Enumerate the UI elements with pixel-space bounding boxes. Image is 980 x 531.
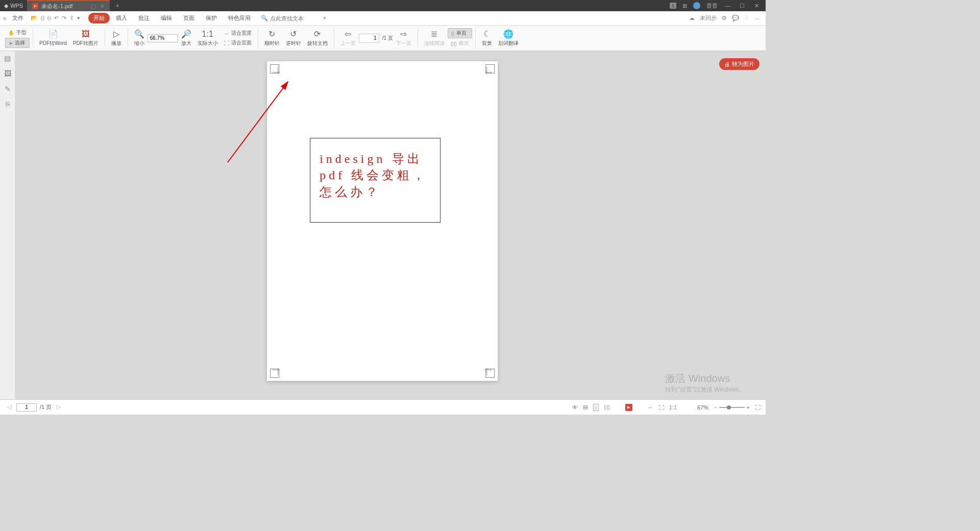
- status-prev-page[interactable]: ◁: [5, 404, 13, 411]
- double-page-icon: ▯▯: [451, 41, 457, 46]
- zoom-in-status[interactable]: +: [747, 404, 750, 411]
- undo-icon[interactable]: ↶: [54, 15, 59, 21]
- qa-dropdown-icon[interactable]: ▾: [77, 15, 80, 21]
- fit-width-icon: ↔: [224, 31, 229, 36]
- tab-start[interactable]: 开始: [88, 13, 110, 23]
- tab-protect[interactable]: 保护: [201, 13, 222, 23]
- select-tool-button[interactable]: ➤选择: [5, 38, 30, 48]
- title-bar: ◆ WPS P 未命名-1.pdf ▢ ✕ + 1 ⊞ 普普 — ☐ ✕: [0, 0, 766, 11]
- play-icon: ▷: [113, 29, 119, 39]
- continuous-icon: ≣: [431, 29, 437, 39]
- collapse-ribbon-icon[interactable]: ︿: [755, 14, 761, 22]
- status-next-page[interactable]: ▷: [55, 404, 63, 411]
- notification-badge[interactable]: 1: [670, 3, 676, 9]
- zoom-slider[interactable]: [719, 407, 745, 408]
- actual-size-button[interactable]: 1:1实际大小: [194, 26, 221, 51]
- search-icon: 🔍: [261, 15, 268, 21]
- translate-icon: 🌐: [503, 29, 513, 39]
- actual-size-status-icon[interactable]: 1:1: [669, 404, 677, 411]
- single-page-button[interactable]: ▯单页: [448, 28, 472, 38]
- zoom-in-button[interactable]: 🔎放大: [178, 26, 194, 51]
- fit-page-status-icon[interactable]: ⛶: [658, 404, 664, 411]
- annotations-icon[interactable]: ✎: [5, 85, 11, 93]
- fit-page-button[interactable]: ⛶适合页面: [221, 38, 255, 47]
- user-avatar-icon[interactable]: [693, 2, 700, 9]
- tab-annotate[interactable]: 批注: [133, 13, 155, 23]
- double-page-button[interactable]: ▯▯双页: [448, 39, 472, 48]
- play-button[interactable]: ▷播放: [108, 26, 125, 51]
- zoom-in-icon: 🔎: [181, 29, 191, 39]
- continuous-read-button[interactable]: ≣连续阅读: [421, 26, 448, 51]
- zoom-out-button[interactable]: 🔍缩小: [131, 26, 148, 51]
- crop-mark-tl: [270, 64, 279, 74]
- attachments-icon[interactable]: ⎘: [6, 100, 10, 108]
- search-box[interactable]: 🔍 ▾: [261, 15, 326, 21]
- minimize-button[interactable]: —: [724, 3, 732, 9]
- hand-tool-button[interactable]: ✋手型: [5, 28, 30, 37]
- fullscreen-icon[interactable]: ⛶: [755, 404, 761, 411]
- ribbon-tabs: 开始 插入 批注 编辑 页面 保护 特色应用: [88, 13, 256, 23]
- file-menu[interactable]: 文件: [9, 14, 27, 22]
- bookmarks-icon[interactable]: 🖼: [4, 69, 11, 78]
- add-tab-button[interactable]: +: [110, 3, 125, 9]
- tab-page[interactable]: 页面: [178, 13, 200, 23]
- thumbnails-icon[interactable]: ▤: [4, 54, 11, 62]
- crop-mark-br: [485, 369, 495, 378]
- convert-to-image-button[interactable]: 🖨 转为图片: [719, 58, 760, 70]
- rotate-doc-button[interactable]: ⟳旋转文档: [304, 26, 331, 51]
- pdf-to-image-button[interactable]: 🖼PDF转图片: [70, 26, 102, 51]
- fit-width-button[interactable]: ↔适合宽度: [221, 29, 255, 38]
- pdf-page: indesign 导出 pdf 线会变粗，怎么办？: [267, 61, 498, 381]
- crop-mark-bl: [270, 369, 279, 378]
- status-page-input[interactable]: [16, 403, 37, 412]
- document-text-box: indesign 导出 pdf 线会变粗，怎么办？: [310, 138, 440, 223]
- search-dropdown-icon[interactable]: ▾: [323, 15, 326, 21]
- record-icon[interactable]: [625, 404, 632, 411]
- status-page-total: /1 页: [40, 403, 52, 411]
- single-page-icon: ▯: [451, 31, 454, 36]
- page-number-input[interactable]: [359, 34, 379, 43]
- tab-close-icon[interactable]: ✕: [100, 3, 105, 10]
- background-button[interactable]: ☾背景: [479, 26, 495, 51]
- sync-status[interactable]: 未同步: [700, 14, 717, 22]
- rotate-cw-icon: ↻: [268, 29, 275, 39]
- view-mode-1-icon[interactable]: ▤: [583, 404, 588, 411]
- view-mode-2-icon[interactable]: ▯: [593, 404, 599, 411]
- tab-restore-icon[interactable]: ▢: [91, 3, 96, 10]
- rotate-ccw-button[interactable]: ↺逆时针: [283, 26, 304, 51]
- open-icon[interactable]: 📂: [31, 15, 38, 21]
- redo-icon[interactable]: ↷: [62, 15, 66, 21]
- feedback-icon[interactable]: 💬: [732, 15, 739, 21]
- print-icon[interactable]: ⎙: [47, 15, 51, 21]
- wps-logo-icon: ◆: [4, 3, 8, 9]
- save-icon[interactable]: ⎙: [41, 15, 44, 21]
- cloud-sync-icon[interactable]: ☁: [689, 15, 695, 21]
- tab-edit[interactable]: 编辑: [156, 13, 177, 23]
- close-button[interactable]: ✕: [752, 3, 761, 9]
- pdf-to-word-button[interactable]: 📄PDF转Word: [36, 26, 70, 51]
- rotate-ccw-icon: ↺: [290, 29, 297, 39]
- apps-icon[interactable]: ⊞: [682, 3, 687, 9]
- tab-insert[interactable]: 插入: [111, 13, 132, 23]
- zoom-out-status[interactable]: −: [714, 404, 717, 411]
- moon-icon: ☾: [483, 29, 491, 39]
- more-icon[interactable]: ⋮: [744, 15, 750, 21]
- zoom-value-input[interactable]: [148, 34, 178, 42]
- fit-width-status-icon[interactable]: ↔: [648, 404, 653, 411]
- view-mode-3-icon[interactable]: ▯▯: [604, 404, 610, 411]
- hamburger-icon[interactable]: ≡: [0, 15, 9, 21]
- search-input[interactable]: [270, 15, 321, 21]
- maximize-button[interactable]: ☐: [738, 3, 746, 9]
- eye-icon[interactable]: 👁: [572, 404, 578, 411]
- prev-page-button: ⇦上一页: [337, 26, 359, 51]
- actual-size-icon: 1:1: [202, 30, 213, 39]
- document-tab[interactable]: P 未命名-1.pdf ▢ ✕: [27, 0, 110, 11]
- pdf-image-icon: 🖼: [82, 30, 90, 39]
- word-translate-button[interactable]: 🌐划词翻译: [495, 26, 522, 51]
- tab-features[interactable]: 特色应用: [223, 13, 256, 23]
- document-canvas[interactable]: indesign 导出 pdf 线会变粗，怎么办？ 🖨 转为图片: [15, 51, 766, 399]
- export-icon[interactable]: ⇪: [69, 15, 74, 21]
- settings-gear-icon[interactable]: ⚙: [722, 15, 727, 21]
- rotate-cw-button[interactable]: ↻顺时针: [261, 26, 283, 51]
- status-zoom-pct: 67%: [697, 404, 708, 411]
